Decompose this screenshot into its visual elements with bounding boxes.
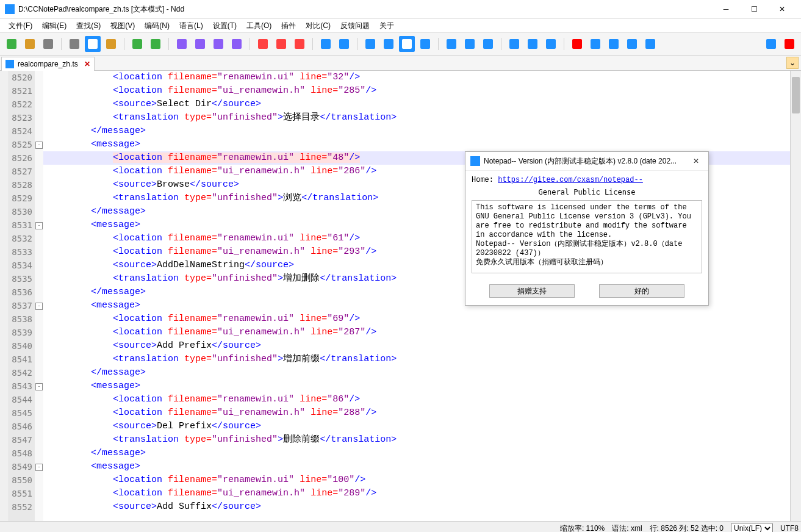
eraser-icon[interactable] [292, 36, 307, 52]
license-text[interactable]: This software is licensed under the term… [472, 200, 702, 273]
menu-item-8[interactable]: 插件 [276, 20, 301, 32]
menu-item-1[interactable]: 编辑(E) [37, 20, 71, 32]
pilcrow-icon[interactable] [381, 36, 397, 52]
fold-toggle[interactable]: - [35, 464, 43, 471]
minimize-button[interactable]: ─ [712, 0, 740, 18]
split-h-icon[interactable] [506, 36, 522, 52]
code-line[interactable]: <source>Add Suffix</source> [43, 500, 790, 514]
file-icon [5, 60, 14, 68]
code-line[interactable]: <message> [43, 379, 790, 393]
fold-toggle[interactable]: - [35, 303, 43, 310]
redo-icon[interactable] [148, 36, 163, 52]
record-icon[interactable] [569, 36, 585, 52]
code-line[interactable]: <translation type="unfinished">选择目录</tra… [43, 111, 790, 124]
mark2-icon[interactable] [273, 36, 289, 52]
tab-label: realcompare_zh.ts [18, 60, 78, 68]
code-line[interactable]: <source>Select Dir</source> [43, 98, 790, 111]
undo-icon-glyph [132, 39, 142, 49]
code-line[interactable]: </message> [43, 124, 790, 138]
code-line[interactable]: <translation type="unfinished">增加前缀</tra… [43, 353, 790, 366]
code-line[interactable]: <source>Del Prefix</source> [43, 420, 790, 433]
menu-item-10[interactable]: 反馈问题 [336, 20, 375, 32]
go-icon[interactable] [480, 36, 496, 52]
zoom-in-icon[interactable] [318, 36, 334, 52]
fast-fwd-icon[interactable] [624, 36, 640, 52]
tab-close-icon[interactable]: ✕ [84, 60, 90, 68]
bookmark2-icon[interactable] [192, 36, 208, 52]
menu-item-4[interactable]: 编码(N) [140, 20, 174, 32]
code-line[interactable]: <location filename="ui_renamewin.h" line… [43, 84, 790, 98]
scrollbar-thumb[interactable] [792, 77, 800, 113]
home-link[interactable]: https://gitee.com/cxasm/notepad-- [498, 176, 643, 184]
tab-file[interactable]: realcompare_zh.ts ✕ [1, 57, 95, 71]
fold-toggle[interactable]: - [35, 142, 43, 149]
code-line[interactable]: <location filename="ui_renamewin.h" line… [43, 326, 790, 339]
save-macro-icon[interactable] [642, 36, 658, 52]
go-icon-glyph [483, 39, 493, 49]
whitespace-icon[interactable] [417, 36, 433, 52]
code-line[interactable]: <translation type="unfinished">删除前缀</tra… [43, 433, 790, 447]
outdent-icon[interactable] [399, 36, 415, 52]
code-line[interactable]: <location filename="renamewin.ui" line="… [43, 312, 790, 326]
paste-icon[interactable] [103, 36, 119, 52]
undo-icon[interactable] [129, 36, 145, 52]
code-line[interactable]: <message> [43, 460, 790, 473]
close-all-icon[interactable] [781, 36, 797, 52]
line-number: 8549 [9, 460, 35, 473]
app-icon [5, 4, 15, 14]
menu-item-0[interactable]: 文件(F) [4, 20, 37, 32]
save-icon[interactable] [40, 36, 56, 52]
vertical-scrollbar[interactable] [790, 71, 801, 521]
play-next-icon[interactable] [462, 36, 478, 52]
menu-item-11[interactable]: 关于 [375, 20, 399, 32]
indent-icon-glyph [365, 39, 375, 49]
code-line[interactable]: <location filename="renamewin.ui" line="… [43, 71, 790, 84]
mark1-icon[interactable] [255, 36, 271, 52]
zoom-out-icon-glyph [339, 39, 349, 49]
close-button[interactable]: ✕ [768, 0, 796, 18]
fold-toggle[interactable]: - [35, 222, 43, 229]
mark1-icon-glyph [258, 39, 268, 49]
indent-icon[interactable] [362, 36, 378, 52]
open-file-icon[interactable] [22, 36, 38, 52]
pin-icon[interactable] [763, 36, 779, 52]
status-eol-select[interactable]: Unix(LF) [731, 523, 773, 532]
code-line[interactable]: </message> [43, 366, 790, 379]
menu-item-2[interactable]: 查找(S) [71, 20, 106, 32]
copy-icon[interactable] [66, 36, 82, 52]
fold-toggle[interactable]: - [35, 383, 43, 390]
menu-item-9[interactable]: 对比(C) [301, 20, 336, 32]
code-line[interactable]: <location filename="ui_renamewin.h" line… [43, 487, 790, 500]
maximize-button[interactable]: ☐ [740, 0, 768, 18]
dialog-close-button[interactable]: ✕ [689, 157, 703, 165]
split-v-icon[interactable] [525, 36, 541, 52]
new-file-icon[interactable] [4, 36, 20, 52]
highlight-icon[interactable] [85, 36, 101, 52]
menu-item-5[interactable]: 语言(L) [174, 20, 208, 32]
line-number: 8528 [9, 178, 35, 192]
menu-item-6[interactable]: 设置(T) [208, 20, 242, 32]
donate-button[interactable]: 捐赠支持 [489, 284, 575, 298]
tab-overflow-button[interactable]: ⌄ [786, 57, 799, 69]
code-line[interactable]: <location filename="ui_renamewin.h" line… [43, 406, 790, 420]
status-position: 行: 8526 列: 52 选中: 0 [650, 523, 724, 533]
whitespace-icon-glyph [420, 39, 430, 49]
menu-item-7[interactable]: 工具(O) [242, 20, 276, 32]
stop-icon[interactable] [587, 36, 603, 52]
code-line[interactable]: <source>Add Prefix</source> [43, 339, 790, 353]
play-macro-icon[interactable] [606, 36, 622, 52]
line-number: 8532 [9, 232, 35, 245]
code-line[interactable]: <location filename="renamewin.ui" line="… [43, 473, 790, 487]
play-prev-icon[interactable] [444, 36, 459, 52]
zoom-out-icon[interactable] [336, 36, 352, 52]
code-line[interactable]: <message> [43, 138, 790, 151]
line-number: 8541 [9, 353, 35, 366]
ok-button[interactable]: 好的 [599, 284, 684, 298]
bookmark3-icon[interactable] [210, 36, 226, 52]
code-line[interactable]: <location filename="renamewin.ui" line="… [43, 393, 790, 406]
code-line[interactable]: </message> [43, 447, 790, 460]
monitor-icon[interactable] [543, 36, 559, 52]
bookmark4-icon[interactable] [229, 36, 245, 52]
bookmark1-icon[interactable] [174, 36, 190, 52]
menu-item-3[interactable]: 视图(V) [106, 20, 140, 32]
